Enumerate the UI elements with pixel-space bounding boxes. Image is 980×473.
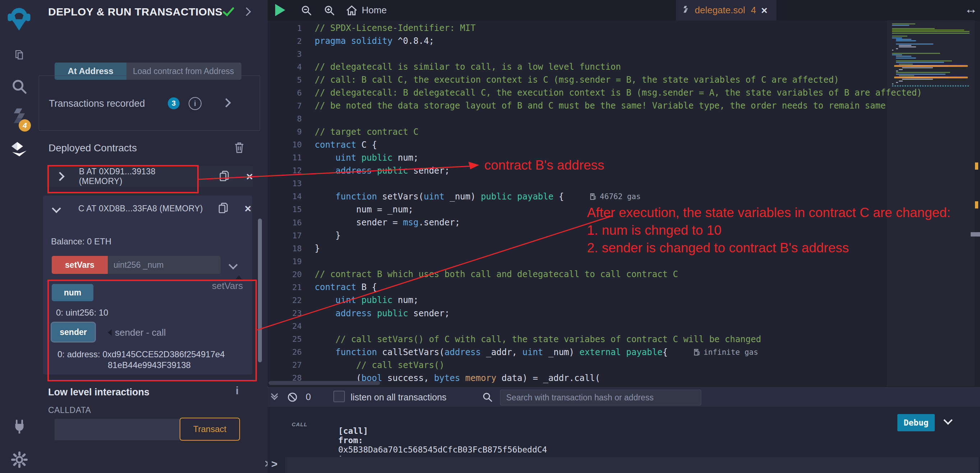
- horizontal-scrollbar[interactable]: [269, 381, 380, 385]
- setvars-ghost-tooltip: setVars: [212, 280, 243, 291]
- info-icon[interactable]: i: [189, 97, 202, 110]
- minimap-row: [902, 67, 933, 68]
- deploy-run-icon[interactable]: [0, 137, 39, 162]
- line-number[interactable]: 27: [267, 360, 302, 369]
- resize-horizontal-icon[interactable]: ↔: [964, 2, 977, 16]
- line-number[interactable]: 17: [267, 231, 302, 240]
- tooltip-arrow-up: [235, 276, 242, 279]
- minimap-row: [896, 82, 898, 83]
- line-number[interactable]: 14: [267, 192, 302, 201]
- code-editor[interactable]: 1// SPDX-License-Identifier: MIT2pragma …: [267, 21, 980, 386]
- code-line: 27 // call setVars(): [267, 359, 980, 372]
- transactions-expand-icon[interactable]: [222, 98, 231, 107]
- expand-args-icon[interactable]: [229, 260, 237, 269]
- terminal-input[interactable]: [285, 457, 978, 473]
- copy-icon[interactable]: [218, 202, 229, 215]
- terminal-search-icon: [482, 392, 493, 403]
- minimap-row: [896, 48, 898, 49]
- expand-b-icon[interactable]: [55, 172, 64, 181]
- terminal-search-input[interactable]: [500, 390, 701, 405]
- minimap-row: [892, 36, 907, 37]
- low-level-info-icon[interactable]: i: [235, 385, 239, 397]
- remove-contract-b-icon[interactable]: ×: [246, 171, 253, 182]
- line-number[interactable]: 22: [267, 296, 302, 305]
- minimap-row: [899, 75, 914, 76]
- line-number[interactable]: 10: [267, 140, 302, 149]
- line-number[interactable]: 3: [267, 49, 302, 59]
- line-number[interactable]: 13: [267, 179, 302, 188]
- tab-delegate-sol[interactable]: delegate.sol 4 ×: [676, 0, 777, 21]
- compiler-badge: 4: [19, 119, 31, 132]
- line-number[interactable]: 26: [267, 347, 302, 357]
- zoom-out-icon[interactable]: [300, 5, 313, 16]
- clear-console-icon[interactable]: [287, 392, 298, 402]
- setvars-arg-input[interactable]: [108, 256, 221, 274]
- line-number[interactable]: 16: [267, 218, 302, 227]
- minimap-row: [896, 61, 952, 62]
- minimap-row: [892, 28, 935, 29]
- run-script-icon[interactable]: [275, 4, 285, 16]
- listen-checkbox[interactable]: [333, 391, 345, 402]
- tab-problem-badge: 4: [751, 5, 756, 16]
- line-number[interactable]: 4: [267, 62, 302, 72]
- code-line: 14 function setVars(uint _num) public pa…: [267, 190, 980, 203]
- line-number[interactable]: 12: [267, 166, 302, 175]
- settings-gear-icon[interactable]: [0, 447, 39, 472]
- solidity-compiler-icon[interactable]: 4: [0, 104, 39, 129]
- code-line: 9// target contract C: [267, 126, 980, 139]
- debug-button[interactable]: Debug: [897, 414, 935, 431]
- file-explorer-icon[interactable]: [0, 42, 39, 68]
- remix-logo[interactable]: [4, 3, 34, 33]
- line-number[interactable]: 9: [267, 127, 302, 136]
- trash-icon[interactable]: [234, 141, 245, 154]
- transact-button[interactable]: Transact: [180, 418, 240, 441]
- plugin-manager-icon[interactable]: [0, 414, 39, 439]
- line-number[interactable]: 23: [267, 309, 302, 318]
- code-line: 18}: [267, 242, 980, 255]
- remove-contract-c-icon[interactable]: ×: [245, 203, 251, 214]
- sender-button[interactable]: sender: [52, 323, 95, 341]
- zoom-in-icon[interactable]: [323, 5, 336, 16]
- line-number[interactable]: 15: [267, 205, 302, 214]
- overview-ruler[interactable]: [975, 21, 980, 386]
- line-number[interactable]: 25: [267, 334, 302, 344]
- copy-icon[interactable]: [219, 170, 230, 183]
- collapse-c-icon[interactable]: [52, 204, 61, 213]
- line-number[interactable]: 11: [267, 153, 302, 162]
- search-icon[interactable]: [0, 74, 39, 99]
- minimap[interactable]: [887, 21, 975, 386]
- setvars-button[interactable]: setVars: [52, 256, 108, 274]
- terminal-toolbar: 0 listen on all transactions: [267, 387, 980, 408]
- line-number[interactable]: 20: [267, 270, 302, 279]
- calldata-input[interactable]: [55, 419, 180, 440]
- deployed-contract-c-row[interactable]: C AT 0XD8B...33FA8 (MEMORY) ×: [43, 198, 252, 218]
- line-number[interactable]: 8: [267, 114, 302, 123]
- ruler-thumb[interactable]: [970, 232, 980, 237]
- line-number[interactable]: 19: [267, 257, 302, 266]
- line-number[interactable]: 2: [267, 37, 302, 46]
- line-number[interactable]: 18: [267, 244, 302, 253]
- code-line: 19: [267, 255, 980, 268]
- editor-tabbar: Home delegate.sol 4 × ↔: [267, 0, 980, 21]
- transactions-recorded-label: Transactions recorded: [49, 98, 145, 109]
- expand-terminal-icon[interactable]: [272, 392, 277, 399]
- log-expand-icon[interactable]: [943, 416, 952, 424]
- minimap-row: [892, 23, 915, 24]
- deployed-contract-b-row[interactable]: B AT 0XD91...39138 (MEMORY) ×: [47, 166, 253, 187]
- tab-close-icon[interactable]: ×: [761, 5, 768, 16]
- minimap-row: [892, 37, 902, 38]
- pending-tx-count: 0: [306, 392, 311, 403]
- line-number[interactable]: 5: [267, 75, 302, 84]
- line-number[interactable]: 1: [267, 24, 302, 33]
- panel-scrollbar[interactable]: [258, 218, 262, 362]
- line-number[interactable]: 6: [267, 88, 302, 97]
- line-number[interactable]: 7: [267, 101, 302, 110]
- line-number[interactable]: 24: [267, 322, 302, 331]
- ruler-mark: [975, 162, 978, 170]
- line-number[interactable]: 21: [267, 283, 302, 292]
- prompt-symbol: >: [271, 458, 278, 470]
- tab-home[interactable]: Home: [346, 0, 387, 21]
- sender-result-line2: 81eB44e9943F39138: [108, 360, 191, 370]
- panel-collapse-icon[interactable]: [242, 7, 251, 16]
- num-button[interactable]: num: [52, 284, 94, 301]
